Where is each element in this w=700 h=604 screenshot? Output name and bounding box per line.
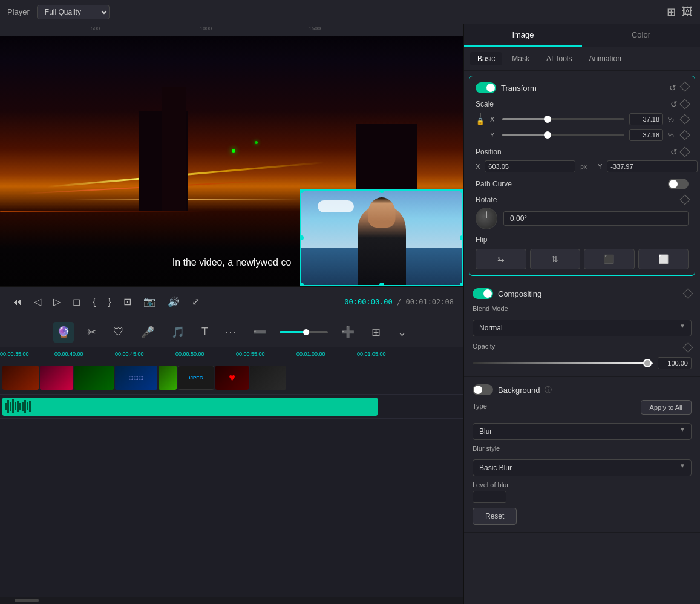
path-curve-label: Path Curve bbox=[476, 180, 512, 188]
time-separator: / bbox=[397, 298, 405, 306]
pip-overlay[interactable] bbox=[300, 189, 463, 286]
clip-3[interactable] bbox=[74, 366, 114, 390]
grid-icon[interactable]: ⊞ bbox=[667, 5, 676, 19]
pip-handle-br[interactable] bbox=[460, 283, 463, 286]
tool-music[interactable]: 🎵 bbox=[168, 322, 188, 343]
scale-diamond-icon[interactable] bbox=[680, 99, 690, 110]
fullscreen-button[interactable]: ⤢ bbox=[189, 294, 202, 310]
frame-back-button[interactable]: ◁ bbox=[31, 294, 44, 310]
pip-handle-tr[interactable] bbox=[460, 189, 463, 193]
pos-y-input[interactable] bbox=[607, 160, 698, 172]
horizontal-scrollbar[interactable] bbox=[0, 597, 463, 604]
scale-x-slider[interactable] bbox=[502, 118, 624, 120]
opacity-row bbox=[473, 357, 692, 369]
apply-to-all-btn[interactable]: Apply to All bbox=[641, 400, 692, 415]
opacity-diamond-icon[interactable] bbox=[683, 343, 693, 353]
mark-in-button[interactable]: { bbox=[90, 294, 98, 310]
stop-button[interactable]: ◻ bbox=[70, 294, 83, 310]
rotate-input[interactable] bbox=[503, 211, 689, 226]
rotate-diamond-icon[interactable] bbox=[680, 195, 690, 205]
clip-button[interactable]: ⊡ bbox=[121, 294, 134, 310]
scale-y-input[interactable] bbox=[629, 129, 663, 141]
opacity-input[interactable] bbox=[658, 357, 692, 369]
flip-vertical-btn[interactable]: ⇅ bbox=[530, 249, 581, 269]
tool-mic[interactable]: 🎤 bbox=[137, 322, 158, 343]
compositing-diamond-icon[interactable] bbox=[683, 289, 693, 299]
transform-label: Transform bbox=[501, 84, 537, 93]
pip-handle-rm[interactable] bbox=[460, 235, 463, 240]
blur-type-group: Blur Color Image ▼ bbox=[473, 418, 692, 440]
background-label: Background bbox=[498, 386, 540, 395]
tab-image[interactable]: Image bbox=[464, 24, 582, 47]
tl-label-7: 00:01:05:00 bbox=[357, 351, 386, 357]
scale-y-slider[interactable] bbox=[502, 134, 624, 136]
scale-reset-icon[interactable]: ↺ bbox=[670, 99, 678, 109]
play-button[interactable]: ▷ bbox=[51, 294, 63, 310]
clip-1[interactable] bbox=[2, 366, 39, 390]
tool-more[interactable]: ⋯ bbox=[221, 322, 240, 343]
subtab-mask[interactable]: Mask bbox=[505, 52, 537, 65]
transform-icons: ↺ bbox=[669, 83, 689, 93]
scale-x-diamond[interactable] bbox=[680, 114, 690, 124]
clip-4[interactable]: ⬚⬚⬚ bbox=[115, 366, 157, 390]
playback-controls: ⏮ ◁ ▷ ◻ { } ⊡ 📷 🔊 ⤢ 00:00:00.00 / 00:01:… bbox=[0, 286, 463, 317]
player-label: Player bbox=[7, 7, 30, 16]
pip-handle-bl[interactable] bbox=[300, 283, 304, 286]
tl-label-3: 00:00:45:00 bbox=[115, 351, 144, 357]
audio-button[interactable]: 🔊 bbox=[165, 294, 182, 310]
scale-x-label: X bbox=[490, 116, 497, 123]
tl-label-1: 00:00:35:00 bbox=[0, 351, 29, 357]
transform-reset-icon[interactable]: ↺ bbox=[669, 83, 676, 93]
position-diamond-icon[interactable] bbox=[680, 147, 690, 157]
blend-mode-select[interactable]: Normal Multiply Screen Overlay Darken Li… bbox=[473, 320, 692, 336]
subtab-basic[interactable]: Basic bbox=[470, 52, 502, 65]
blur-style-select[interactable]: Basic Blur Advanced Blur bbox=[473, 459, 692, 476]
blur-type-select[interactable]: Blur Color Image bbox=[473, 423, 692, 440]
snapshot-button[interactable]: 📷 bbox=[141, 294, 158, 310]
current-time: 00:00:00.00 bbox=[344, 298, 392, 306]
mark-out-button[interactable]: } bbox=[105, 294, 113, 310]
clip-8[interactable] bbox=[250, 366, 286, 390]
sub-tabs: Basic Mask AI Tools Animation bbox=[464, 47, 700, 71]
tab-color[interactable]: Color bbox=[582, 24, 700, 47]
volume-slider[interactable] bbox=[280, 331, 328, 333]
opacity-slider[interactable] bbox=[473, 362, 653, 364]
background-toggle[interactable] bbox=[473, 384, 493, 395]
tool-plus[interactable]: ➕ bbox=[338, 322, 358, 343]
flip-option3-btn[interactable]: ⬛ bbox=[584, 249, 635, 269]
scale-x-input[interactable] bbox=[629, 113, 663, 125]
flip-horizontal-btn[interactable]: ⇆ bbox=[476, 249, 526, 269]
tool-cut[interactable]: ✂ bbox=[83, 322, 100, 343]
subtab-animation[interactable]: Animation bbox=[581, 52, 628, 65]
tool-minus[interactable]: ➖ bbox=[249, 322, 270, 343]
transform-diamond-icon[interactable] bbox=[680, 82, 690, 92]
transform-toggle[interactable] bbox=[476, 82, 496, 93]
scale-y-diamond[interactable] bbox=[680, 130, 690, 140]
time-display: 00:00:00.00 / 00:01:02:08 bbox=[344, 298, 454, 306]
pip-handle-bm[interactable] bbox=[379, 283, 384, 286]
tool-magic[interactable]: 🔮 bbox=[53, 322, 74, 343]
clip-7[interactable]: ♥ bbox=[215, 366, 249, 390]
clip-2[interactable] bbox=[40, 366, 73, 390]
flip-option4-btn[interactable]: ⬜ bbox=[638, 249, 689, 269]
position-reset-icon[interactable]: ↺ bbox=[670, 147, 678, 157]
transform-header: Transform ↺ bbox=[476, 82, 689, 93]
tool-settings[interactable]: ⌄ bbox=[394, 322, 410, 343]
audio-track bbox=[0, 395, 463, 419]
tl-label-6: 00:01:00:00 bbox=[296, 351, 325, 357]
blur-level-input[interactable] bbox=[473, 491, 506, 503]
path-curve-toggle[interactable] bbox=[668, 179, 689, 189]
tool-text[interactable]: T bbox=[198, 322, 212, 342]
clip-6[interactable]: iJPEG bbox=[178, 366, 214, 390]
image-icon[interactable]: 🖼 bbox=[682, 5, 693, 18]
rotate-knob[interactable] bbox=[476, 208, 497, 229]
reset-button[interactable]: Reset bbox=[473, 508, 517, 525]
clip-5[interactable] bbox=[159, 366, 177, 390]
tool-grid[interactable]: ⊞ bbox=[368, 322, 384, 343]
tool-shield[interactable]: 🛡 bbox=[110, 322, 128, 342]
quality-select[interactable]: Full Quality Half Quality Quarter Qualit… bbox=[37, 5, 110, 19]
subtab-ai-tools[interactable]: AI Tools bbox=[539, 52, 579, 65]
compositing-toggle[interactable] bbox=[473, 288, 493, 299]
pos-x-input[interactable] bbox=[485, 160, 575, 172]
skip-back-button[interactable]: ⏮ bbox=[10, 294, 24, 310]
